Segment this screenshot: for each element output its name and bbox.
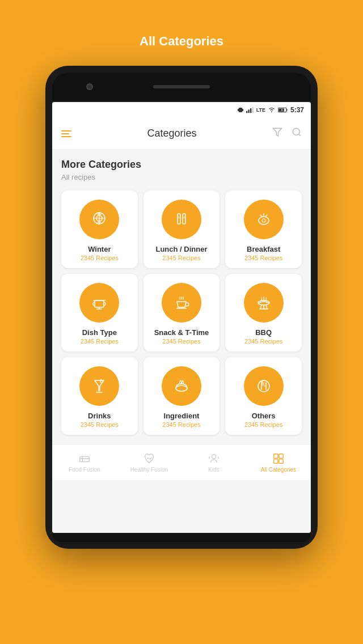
nav-healthy-fusion-label: Healthy Fusion — [130, 467, 168, 473]
nav-all-categories-label: All Categories — [261, 467, 296, 473]
svg-rect-29 — [95, 300, 104, 307]
signal-icon — [246, 107, 254, 113]
battery-icon — [278, 107, 288, 113]
drinks-icon-circle — [79, 366, 119, 406]
phone-bottom — [52, 533, 311, 542]
svg-rect-1 — [242, 109, 243, 111]
search-icon — [292, 127, 302, 137]
phone-screen: LTE 5:37 — [52, 102, 311, 533]
svg-rect-21 — [183, 214, 185, 224]
category-count-others: 2345 Recipes — [244, 421, 282, 428]
category-card-winter[interactable]: Winter 2345 Recipes — [61, 190, 138, 268]
drinks-icon — [89, 376, 109, 396]
status-time: 5:37 — [290, 106, 304, 114]
category-card-drinks[interactable]: Drinks 2345 Recipes — [61, 357, 138, 435]
svg-point-42 — [176, 385, 187, 391]
snack-icon — [171, 293, 192, 313]
svg-rect-50 — [274, 454, 278, 457]
section-title: More Categories — [61, 159, 302, 171]
nav-healthy-fusion[interactable]: Healthy Fusion — [117, 452, 182, 473]
svg-rect-0 — [238, 109, 239, 111]
food-fusion-icon — [78, 452, 91, 465]
category-count-lunch-dinner: 2345 Recipes — [162, 255, 200, 261]
nav-food-fusion-label: Food Fusion — [69, 467, 100, 473]
search-button[interactable] — [292, 127, 302, 140]
kids-icon — [208, 452, 220, 465]
vibrate-icon — [237, 107, 244, 113]
category-card-breakfast[interactable]: Breakfast 2345 Recipes — [225, 190, 302, 268]
menu-button[interactable] — [61, 130, 71, 137]
ingredient-icon-circle — [162, 366, 201, 406]
status-bar: LTE 5:37 — [52, 102, 311, 118]
breakfast-icon-circle — [244, 200, 284, 239]
bottom-nav: Food Fusion Healthy Fusion Kids — [52, 444, 311, 480]
app-bar-title: Categories — [147, 128, 196, 139]
svg-point-49 — [212, 454, 216, 458]
svg-line-28 — [260, 215, 261, 216]
category-count-drinks: 2345 Recipes — [81, 421, 119, 428]
category-card-lunch-dinner[interactable]: Lunch / Dinner 2345 Recipes — [143, 190, 220, 268]
nav-food-fusion[interactable]: Food Fusion — [52, 452, 117, 473]
phone-speaker — [153, 85, 210, 88]
bbq-icon-circle — [244, 283, 284, 323]
svg-rect-4 — [248, 109, 249, 113]
category-name-ingredient: Ingredient — [164, 412, 200, 420]
category-name-winter: Winter — [88, 245, 111, 253]
page-title: All Categories — [140, 34, 223, 49]
category-count-snack: 2345 Recipes — [162, 338, 200, 345]
category-card-dish-type[interactable]: Dish Type 2345 Recipes — [61, 274, 138, 351]
others-icon-circle — [244, 366, 284, 406]
category-card-bbq[interactable]: BBQ 2345 Recipes — [225, 274, 302, 351]
svg-rect-8 — [286, 109, 288, 111]
svg-point-14 — [293, 128, 299, 135]
wifi-icon — [268, 107, 276, 113]
healthy-fusion-icon — [143, 452, 155, 465]
nav-all-categories[interactable]: All Categories — [246, 452, 311, 473]
category-name-others: Others — [252, 412, 276, 420]
category-name-breakfast: Breakfast — [247, 245, 280, 253]
nav-kids[interactable]: Kids — [182, 452, 246, 473]
svg-rect-20 — [178, 214, 180, 224]
app-bar-icons — [272, 127, 302, 140]
svg-rect-52 — [274, 459, 278, 463]
categories-grid: Winter 2345 Recipes Lunch / D — [61, 190, 302, 435]
svg-marker-13 — [273, 128, 281, 136]
svg-line-27 — [266, 215, 267, 216]
lunch-icon-circle — [162, 200, 201, 239]
svg-rect-3 — [246, 111, 247, 113]
svg-rect-53 — [279, 459, 283, 463]
phone-top-bar — [52, 73, 311, 101]
category-card-ingredient[interactable]: Ingredient 2345 Recipes — [143, 357, 220, 435]
category-card-others[interactable]: Others 2345 Recipes — [225, 357, 302, 435]
category-name-snack: Snack & T-Time — [154, 328, 209, 337]
all-categories-icon — [272, 452, 285, 465]
svg-rect-2 — [239, 108, 242, 112]
filter-icon — [272, 127, 282, 137]
svg-point-24 — [259, 217, 269, 224]
category-count-winter: 2345 Recipes — [81, 255, 119, 261]
svg-rect-51 — [279, 454, 283, 457]
svg-rect-5 — [250, 108, 251, 113]
category-name-dish-type: Dish Type — [82, 328, 117, 337]
svg-point-43 — [258, 380, 269, 392]
category-name-bbq: BBQ — [255, 328, 272, 337]
category-name-drinks: Drinks — [88, 412, 111, 420]
filter-button[interactable] — [272, 127, 282, 140]
category-name-lunch-dinner: Lunch / Dinner — [155, 245, 207, 253]
category-card-snack[interactable]: Snack & T-Time 2345 Recipes — [143, 274, 220, 351]
winter-icon — [89, 209, 109, 230]
svg-line-15 — [298, 134, 300, 135]
phone-frame: LTE 5:37 — [45, 66, 318, 549]
svg-line-35 — [260, 305, 261, 309]
winter-icon-circle — [79, 200, 119, 239]
nav-kids-label: Kids — [208, 467, 219, 473]
category-count-dish-type: 2345 Recipes — [81, 338, 119, 345]
dish-type-icon — [89, 293, 109, 313]
dish-type-icon-circle — [79, 283, 119, 323]
svg-point-25 — [262, 219, 265, 222]
lte-icon: LTE — [256, 107, 265, 113]
svg-rect-46 — [80, 456, 90, 461]
app-bar: Categories — [52, 118, 311, 150]
breakfast-icon — [254, 209, 274, 230]
snack-icon-circle — [162, 283, 201, 323]
